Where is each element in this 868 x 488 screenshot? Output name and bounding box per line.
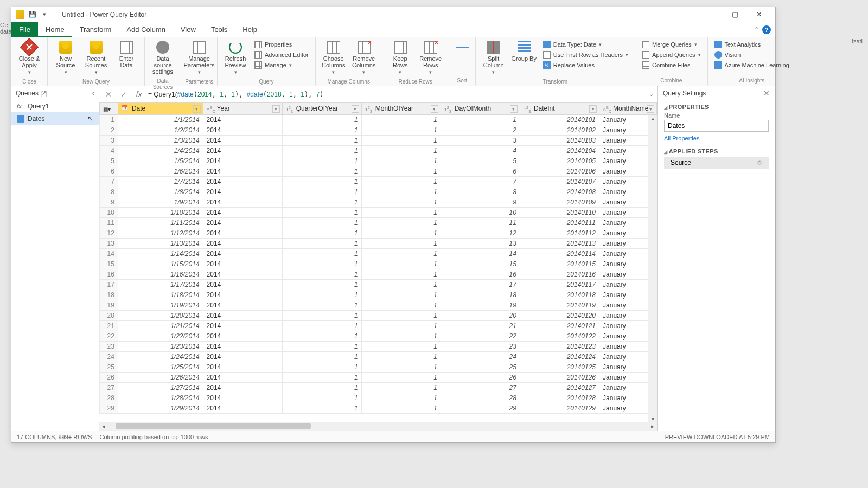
cell[interactable]: 2 <box>441 125 520 136</box>
cell[interactable]: 3 <box>441 136 520 146</box>
cell[interactable]: 1/15/2014 <box>118 259 203 269</box>
cell[interactable]: 2014 <box>203 115 282 125</box>
cell[interactable]: 1 <box>361 373 441 383</box>
cell[interactable]: 1 <box>282 228 361 239</box>
row-number[interactable]: 29 <box>100 403 118 414</box>
collapse-ribbon-icon[interactable]: ⌃ <box>754 26 759 33</box>
cell[interactable]: 2014 <box>203 177 282 187</box>
row-number[interactable]: 28 <box>100 393 118 403</box>
cell[interactable]: 2014 <box>203 156 282 166</box>
cell[interactable]: 20140108 <box>520 187 599 197</box>
cell[interactable]: 1 <box>282 239 361 249</box>
first-row-headers-button[interactable]: Use First Row as Headers <box>541 50 630 60</box>
table-row[interactable]: 211/21/20142014112120140121January <box>100 321 657 331</box>
cell[interactable]: 20140114 <box>520 249 599 259</box>
refresh-preview-button[interactable]: Refresh Preview <box>221 38 250 78</box>
cell[interactable]: 8 <box>441 187 520 197</box>
cell[interactable]: 1/25/2014 <box>118 362 203 373</box>
cell[interactable]: 1/6/2014 <box>118 166 203 177</box>
cell[interactable]: 20140116 <box>520 269 599 280</box>
step-gear-icon[interactable]: ⚙ <box>757 159 762 166</box>
scroll-down-icon[interactable]: ▾ <box>652 416 654 422</box>
cell[interactable]: 20140106 <box>520 166 599 177</box>
cell[interactable]: 2014 <box>203 208 282 218</box>
cell[interactable]: 20140110 <box>520 208 599 218</box>
cell[interactable]: 1 <box>361 269 441 280</box>
data-source-settings-button[interactable]: Data source settings <box>148 38 177 77</box>
cell[interactable]: 1 <box>361 342 441 352</box>
minimize-button[interactable]: — <box>699 7 723 22</box>
column-type-icon[interactable]: ABC <box>207 105 215 113</box>
tab-view[interactable]: View <box>173 22 203 37</box>
tab-file[interactable]: File <box>11 22 38 37</box>
table-row[interactable]: 291/29/20142014112920140129January <box>100 403 657 414</box>
cell[interactable]: 1 <box>282 125 361 136</box>
table-row[interactable]: 121/12/20142014111220140112January <box>100 228 657 239</box>
all-properties-link[interactable]: All Properties <box>664 135 769 142</box>
tab-tools[interactable]: Tools <box>203 22 235 37</box>
cell[interactable]: 1/27/2014 <box>118 383 203 393</box>
cell[interactable]: 2014 <box>203 403 282 414</box>
cell[interactable]: 2014 <box>203 352 282 362</box>
cell[interactable]: 21 <box>441 321 520 331</box>
cell[interactable]: 11 <box>441 218 520 228</box>
row-number[interactable]: 8 <box>100 187 118 197</box>
cell[interactable]: 1 <box>361 362 441 373</box>
cell[interactable]: 16 <box>441 269 520 280</box>
row-number[interactable]: 16 <box>100 269 118 280</box>
manage-button[interactable]: Manage <box>252 60 311 70</box>
cell[interactable]: 20140103 <box>520 136 599 146</box>
cell[interactable]: 2014 <box>203 383 282 393</box>
cell[interactable]: 1 <box>282 166 361 177</box>
cell[interactable]: 20 <box>441 311 520 321</box>
table-row[interactable]: 161/16/20142014111620140116January <box>100 269 657 280</box>
cell[interactable]: 20140117 <box>520 280 599 290</box>
close-button[interactable]: ✕ <box>747 7 771 22</box>
row-number[interactable]: 27 <box>100 383 118 393</box>
cell[interactable]: 2014 <box>203 321 282 331</box>
cell[interactable]: 1 <box>361 115 441 125</box>
cell[interactable]: 1 <box>282 218 361 228</box>
cell[interactable]: 1/1/2014 <box>118 115 203 125</box>
properties-button[interactable]: Properties <box>252 40 311 49</box>
query-item-dates[interactable]: Dates ↖ <box>11 112 99 125</box>
manage-parameters-button[interactable]: Manage Parameters <box>184 38 214 78</box>
cell[interactable]: 1 <box>361 403 441 414</box>
applied-steps-title[interactable]: APPLIED STEPS <box>664 148 769 155</box>
table-row[interactable]: 141/14/20142014111420140114January <box>100 249 657 259</box>
data-grid[interactable]: ▦▾📅Date▾ABCYear▾123QuarterOfYear▾123Mont… <box>99 102 657 422</box>
cell[interactable]: 1/26/2014 <box>118 373 203 383</box>
cell[interactable]: 1 <box>282 362 361 373</box>
select-all-corner[interactable]: ▦▾ <box>100 103 118 115</box>
replace-values-button[interactable]: ½Replace Values <box>541 60 630 70</box>
table-row[interactable]: 281/28/20142014112820140128January <box>100 393 657 403</box>
cell[interactable]: 1/9/2014 <box>118 197 203 208</box>
cell[interactable]: 1 <box>441 115 520 125</box>
cell[interactable]: 1/4/2014 <box>118 146 203 156</box>
row-number[interactable]: 18 <box>100 290 118 300</box>
cell[interactable]: 27 <box>441 383 520 393</box>
column-filter-icon[interactable]: ▾ <box>589 105 597 113</box>
row-number[interactable]: 25 <box>100 362 118 373</box>
cell[interactable]: 2014 <box>203 280 282 290</box>
merge-queries-button[interactable]: Merge Queries <box>640 40 703 49</box>
cell[interactable]: 1 <box>282 177 361 187</box>
cell[interactable]: 1 <box>282 321 361 331</box>
table-row[interactable]: 21/2/2014201411220140102January <box>100 125 657 136</box>
cell[interactable]: 20140123 <box>520 342 599 352</box>
cell[interactable]: 1 <box>361 352 441 362</box>
column-header-monthname[interactable]: ABCMonthName▾ <box>599 103 657 115</box>
table-row[interactable]: 271/27/20142014112720140127January <box>100 383 657 393</box>
column-type-icon[interactable]: 123 <box>286 105 295 113</box>
remove-rows-button[interactable]: Remove Rows <box>416 38 445 78</box>
cell[interactable]: 1 <box>361 280 441 290</box>
cell[interactable]: 1 <box>361 177 441 187</box>
table-row[interactable]: 151/15/20142014111520140115January <box>100 259 657 269</box>
text-analytics-button[interactable]: Text Analytics <box>712 40 792 49</box>
cell[interactable]: 2014 <box>203 125 282 136</box>
cell[interactable]: 20140102 <box>520 125 599 136</box>
column-header-dateint[interactable]: 123DateInt▾ <box>520 103 599 115</box>
cell[interactable]: 1 <box>282 187 361 197</box>
enter-data-button[interactable]: Enter Data <box>112 38 141 70</box>
cell[interactable]: 1 <box>361 239 441 249</box>
